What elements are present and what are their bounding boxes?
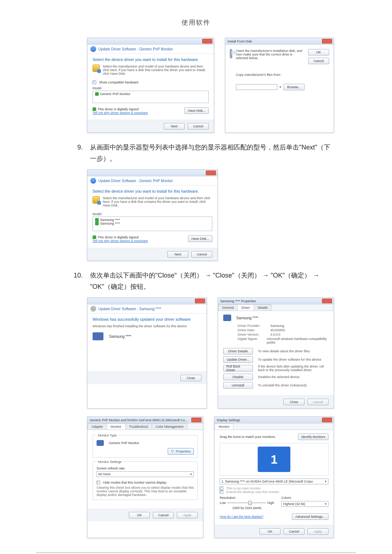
- monitor-icon: [223, 315, 231, 321]
- apply-button: Apply: [307, 528, 328, 535]
- ok-button[interactable]: OK: [308, 49, 329, 56]
- close-icon[interactable]: [195, 299, 205, 303]
- close-button[interactable]: Close: [180, 375, 201, 381]
- display-settings-dialog: Display Settings Monitor Drag the icons …: [214, 416, 334, 538]
- extend-desktop-checkbox: Extend the desktop onto this monitor: [220, 490, 328, 494]
- hide-modes-checkbox[interactable]: Hide modes that this monitor cannot disp…: [97, 481, 194, 484]
- rollback-driver-button[interactable]: Roll Back Driver: [223, 365, 253, 372]
- have-disk-button[interactable]: Have Disk...: [188, 235, 212, 242]
- monitor-select[interactable]: 1. Samsung **** on NVIDIA GeForce 6600 L…: [220, 479, 328, 484]
- figure-2: ← Update Driver Software - Generic PnP M…: [87, 169, 334, 261]
- section-heading: Select the device driver you want to ins…: [93, 57, 209, 62]
- monitor-type-value: Generic PnP Monitor: [109, 441, 139, 445]
- monitor-settings-label: Monitor Settings: [97, 460, 123, 464]
- footer-rule: [36, 553, 356, 553]
- window-titlebar: [87, 38, 214, 45]
- tab-adapter[interactable]: Adapter: [87, 423, 107, 430]
- step-10: 10. 依次单击以下画面中的"Close"（关闭） → "Close"（关闭） …: [73, 270, 334, 292]
- ok-button[interactable]: OK: [260, 528, 281, 535]
- step-number: 10.: [73, 270, 83, 292]
- resolution-value: 1280 by 1024 pixels: [220, 506, 274, 510]
- back-icon: ←: [90, 306, 96, 312]
- step-text: 依次单击以下画面中的"Close"（关闭） → "Close"（关闭） → "O…: [90, 270, 334, 292]
- disk-icon: [93, 65, 100, 72]
- disk-icon: [93, 196, 100, 204]
- step-text: 从画面中的显示器型号列表中选择与您的显示器相匹配的型号，然后单击"Next"（下…: [90, 142, 334, 164]
- close-icon[interactable]: [322, 299, 332, 303]
- ok-button[interactable]: OK: [129, 512, 150, 518]
- step-9: 9. 从画面中的显示器型号列表中选择与您的显示器相匹配的型号，然后单击"Next…: [73, 142, 334, 164]
- close-icon[interactable]: [322, 39, 332, 44]
- hint-text: Select the manufacturer and model of you…: [103, 196, 212, 207]
- model-listbox[interactable]: Samsung **** Samsung ****: [93, 217, 212, 231]
- hide-modes-desc: Clearing this check box allows you to se…: [97, 486, 194, 497]
- show-compatible-checkbox[interactable]: Show compatible hardware: [93, 81, 209, 84]
- floppy-icon: [230, 49, 232, 58]
- disable-button[interactable]: Disable: [223, 374, 253, 380]
- colors-select[interactable]: Highest (32 bit): [281, 501, 328, 507]
- tab-color-management[interactable]: Color Management: [152, 423, 188, 430]
- tab-monitor[interactable]: Monitor: [215, 423, 233, 430]
- tab-details[interactable]: Details: [254, 304, 272, 311]
- update-driver-button[interactable]: Update Driver...: [223, 356, 253, 363]
- signed-icon: [93, 235, 96, 239]
- path-input[interactable]: [236, 84, 277, 90]
- cert-icon: [95, 92, 99, 96]
- model-label: Model: [93, 86, 209, 90]
- cancel-button[interactable]: Cancel: [153, 512, 174, 518]
- uninstall-button[interactable]: Uninstall: [223, 382, 253, 389]
- monitor-type-label: Monitor Type: [97, 434, 118, 437]
- cancel-button[interactable]: Cancel: [283, 528, 305, 535]
- back-icon[interactable]: ←: [90, 178, 96, 184]
- signing-link[interactable]: Tell me why driver signing is important: [93, 111, 148, 115]
- apply-button: Apply: [177, 512, 198, 518]
- install-disk-message: Insert the manufacturer's installation d…: [236, 49, 305, 60]
- next-button[interactable]: Next: [164, 123, 185, 130]
- close-button[interactable]: Close: [283, 399, 305, 405]
- slider-thumb-icon[interactable]: [248, 501, 252, 505]
- close-icon[interactable]: [322, 418, 332, 422]
- checkbox-icon: [97, 481, 100, 484]
- figure-row-3: ← Update Driver Software - Samsung **** …: [87, 297, 334, 409]
- copy-from-label: Copy manufacturer's files from:: [236, 73, 305, 77]
- tab-monitor[interactable]: Monitor: [107, 423, 126, 430]
- cancel-button: Cancel: [307, 399, 328, 405]
- monitor-1-icon[interactable]: 1: [258, 447, 290, 472]
- signing-link[interactable]: Tell me why driver signing is important: [93, 239, 148, 243]
- checkbox-icon: [93, 81, 96, 84]
- monitor-icon: [97, 440, 104, 446]
- model-listbox[interactable]: Generic PnP Monitor: [93, 91, 209, 103]
- close-icon[interactable]: [206, 171, 216, 175]
- properties-button[interactable]: 🛡 Properties: [168, 448, 194, 455]
- colors-label: Colors:: [281, 496, 328, 500]
- install-from-disk-dialog: Install From Disk Insert the manufacture…: [225, 38, 334, 133]
- tab-general[interactable]: General: [218, 304, 238, 311]
- best-display-link[interactable]: How do I get the best display?: [220, 515, 264, 518]
- close-icon[interactable]: [202, 39, 212, 44]
- dialog-title: Samsung **** Properties: [220, 299, 256, 303]
- advanced-settings-button[interactable]: Advanced Settings...: [292, 513, 328, 520]
- resolution-slider[interactable]: [227, 502, 266, 503]
- step-number: 9.: [73, 142, 83, 164]
- cancel-button[interactable]: Cancel: [188, 123, 209, 130]
- monitor-arrangement-area[interactable]: 1: [220, 443, 328, 476]
- update-driver-wizard-2: ← Update Driver Software - Generic PnP M…: [87, 169, 218, 261]
- close-icon[interactable]: [191, 418, 201, 422]
- driver-details-button[interactable]: Driver Details: [223, 348, 253, 354]
- breadcrumb-text: Update Driver Software - Samsung ****: [98, 307, 161, 311]
- have-disk-button[interactable]: Have Disk...: [184, 107, 209, 114]
- identify-monitors-button[interactable]: Identify Monitors: [298, 434, 328, 440]
- tab-troubleshoot[interactable]: Troubleshoot: [125, 423, 152, 430]
- tab-driver[interactable]: Driver: [237, 304, 254, 311]
- next-button[interactable]: Next: [167, 251, 188, 258]
- cancel-button[interactable]: Cancel: [308, 58, 329, 64]
- dropdown-icon[interactable]: ▾: [279, 85, 281, 89]
- dialog-title: Install From Disk: [228, 40, 252, 43]
- update-driver-success: ← Update Driver Software - Samsung **** …: [87, 297, 207, 409]
- device-name: Samsung ****: [236, 316, 258, 320]
- model-label: Model: [93, 212, 212, 216]
- cancel-button[interactable]: Cancel: [191, 251, 212, 258]
- browse-button[interactable]: Browse...: [283, 84, 305, 90]
- refresh-rate-select[interactable]: 60 Hertz: [97, 471, 194, 477]
- back-icon[interactable]: ←: [90, 46, 96, 52]
